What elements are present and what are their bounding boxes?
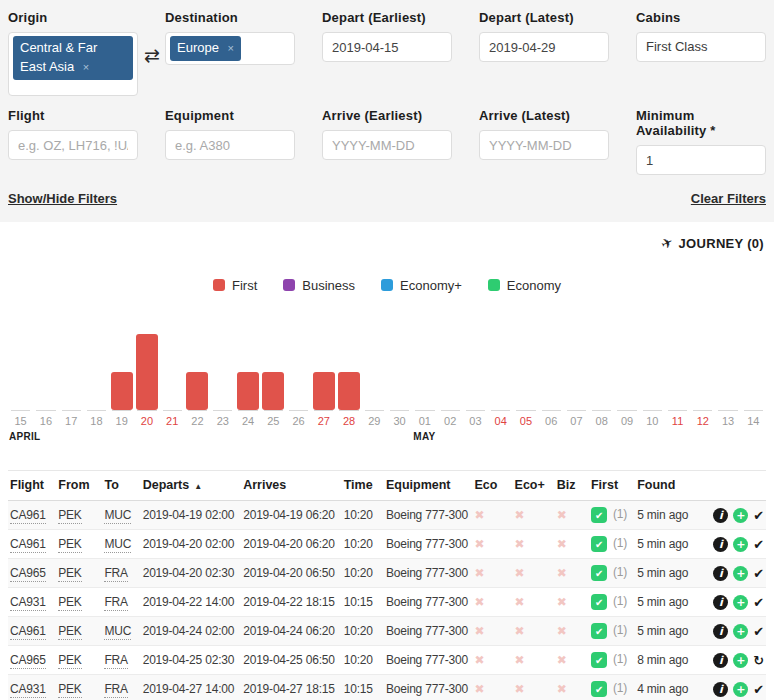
from-airport[interactable]: PEK: [58, 595, 81, 611]
add-icon[interactable]: +: [733, 566, 748, 581]
destination-select[interactable]: Europe ×: [165, 32, 295, 65]
column-header-first[interactable]: First: [589, 471, 635, 501]
add-icon[interactable]: +: [733, 537, 748, 552]
add-icon[interactable]: +: [733, 595, 748, 610]
info-icon[interactable]: i: [713, 508, 728, 523]
refresh-icon[interactable]: ↻: [753, 653, 764, 668]
add-icon[interactable]: +: [733, 653, 748, 668]
flight-code[interactable]: CA961: [10, 508, 46, 524]
flight-code[interactable]: CA961: [10, 624, 46, 640]
chart-bar[interactable]: [338, 372, 360, 410]
from-airport[interactable]: PEK: [58, 508, 81, 524]
flight-code[interactable]: CA965: [10, 566, 46, 582]
arrive-earliest-input[interactable]: [322, 130, 452, 160]
equipment-cell: Boeing 777-300: [384, 675, 472, 700]
column-header-time[interactable]: Time: [342, 471, 384, 501]
show-hide-filters-link[interactable]: Show/Hide Filters: [8, 191, 117, 206]
min-availability-input[interactable]: [636, 145, 766, 175]
legend-item-economy[interactable]: Economy: [488, 276, 561, 294]
remove-tag-icon[interactable]: ×: [83, 61, 89, 73]
chart-bar[interactable]: [313, 372, 335, 410]
chart-bar[interactable]: [111, 372, 133, 410]
flight-input[interactable]: [8, 130, 138, 160]
first-count: (1): [613, 681, 627, 695]
arrives-cell: 2019-04-20 06:20: [241, 530, 342, 559]
to-airport[interactable]: FRA: [104, 566, 127, 582]
check-icon[interactable]: ✔: [753, 682, 764, 697]
biz-unavailable-icon: ✖: [557, 624, 567, 638]
from-airport[interactable]: PEK: [58, 624, 81, 640]
remove-tag-icon[interactable]: ×: [228, 42, 234, 54]
from-airport[interactable]: PEK: [58, 566, 81, 582]
journey-button[interactable]: ✈ JOURNEY (0): [661, 235, 764, 251]
column-header-equipment[interactable]: Equipment: [384, 471, 472, 501]
add-icon[interactable]: +: [733, 508, 748, 523]
add-icon[interactable]: +: [733, 624, 748, 639]
info-icon[interactable]: i: [713, 624, 728, 639]
check-icon[interactable]: ✔: [753, 508, 764, 523]
clear-filters-link[interactable]: Clear Filters: [691, 191, 766, 206]
column-header-to[interactable]: To: [102, 471, 140, 501]
origin-select[interactable]: Central & Far East Asia ×: [8, 32, 138, 96]
arrive-latest-input[interactable]: [479, 130, 609, 160]
equipment-input[interactable]: [165, 130, 295, 160]
eco-unavailable-icon: ✖: [474, 653, 484, 667]
chart-bar[interactable]: [136, 334, 158, 410]
cabins-select[interactable]: First Class: [636, 32, 766, 62]
chart-day: 07: [564, 298, 589, 444]
eco-unavailable-icon: ✖: [474, 682, 484, 696]
filter-panel: Origin Central & Far East Asia × Destina…: [0, 0, 774, 222]
column-header-flight[interactable]: Flight: [8, 471, 56, 501]
field-equipment: Equipment: [165, 106, 295, 175]
check-icon[interactable]: ✔: [753, 595, 764, 610]
equipment-cell: Boeing 777-300: [384, 617, 472, 646]
column-header-eco[interactable]: Eco: [472, 471, 512, 501]
depart-latest-input[interactable]: [479, 32, 609, 62]
info-icon[interactable]: i: [713, 682, 728, 697]
to-airport[interactable]: FRA: [104, 682, 127, 698]
column-header-actions: [700, 471, 766, 501]
check-icon[interactable]: ✔: [753, 537, 764, 552]
legend-item-first[interactable]: First: [213, 276, 257, 294]
depart-earliest-input[interactable]: [322, 32, 452, 62]
from-airport[interactable]: PEK: [58, 682, 81, 698]
chart-bar[interactable]: [237, 372, 259, 410]
axis-day-label: 09: [614, 411, 639, 428]
chart-bar[interactable]: [262, 372, 284, 410]
flight-code[interactable]: CA965: [10, 653, 46, 669]
info-icon[interactable]: i: [713, 537, 728, 552]
column-header-departs[interactable]: Departs▲: [141, 471, 242, 501]
column-header-from[interactable]: From: [56, 471, 102, 501]
from-airport[interactable]: PEK: [58, 653, 81, 669]
eco-unavailable-icon: ✖: [474, 566, 484, 580]
to-airport[interactable]: FRA: [104, 595, 127, 611]
info-icon[interactable]: i: [713, 653, 728, 668]
first-count: (1): [613, 536, 627, 550]
chart-bar[interactable]: [186, 372, 208, 410]
column-header-arrives[interactable]: Arrives: [241, 471, 342, 501]
from-airport[interactable]: PEK: [58, 537, 81, 553]
plane-icon: ✈: [658, 233, 676, 253]
add-icon[interactable]: +: [733, 682, 748, 697]
to-airport[interactable]: FRA: [104, 653, 127, 669]
legend-label: Economy: [507, 278, 561, 293]
flight-code[interactable]: CA931: [10, 595, 46, 611]
column-header-biz[interactable]: Biz: [555, 471, 589, 501]
legend-item-economy[interactable]: Economy+: [381, 276, 462, 294]
swap-origin-destination-icon[interactable]: ⇄: [144, 44, 160, 66]
info-icon[interactable]: i: [713, 566, 728, 581]
flight-code[interactable]: CA961: [10, 537, 46, 553]
to-airport[interactable]: MUC: [104, 508, 131, 524]
info-icon[interactable]: i: [713, 595, 728, 610]
check-icon[interactable]: ✔: [753, 624, 764, 639]
flight-code[interactable]: CA931: [10, 682, 46, 698]
field-cabins: Cabins First Class: [636, 8, 766, 96]
legend-item-business[interactable]: Business: [283, 276, 355, 294]
first-available-icon: ✔: [591, 652, 607, 668]
column-header-found[interactable]: Found: [635, 471, 699, 501]
journey-label: JOURNEY (0): [679, 236, 764, 251]
to-airport[interactable]: MUC: [104, 624, 131, 640]
column-header-eco-plus[interactable]: Eco+: [513, 471, 555, 501]
to-airport[interactable]: MUC: [104, 537, 131, 553]
check-icon[interactable]: ✔: [753, 566, 764, 581]
